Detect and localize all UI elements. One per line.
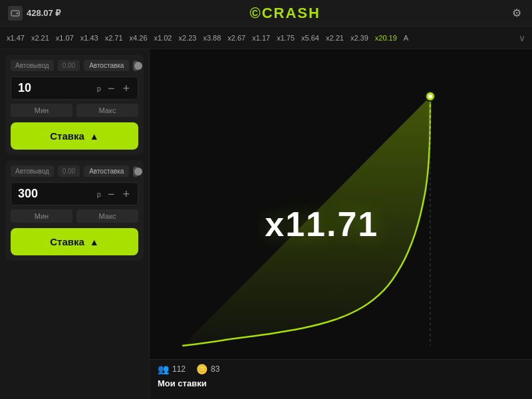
bet-increase-1[interactable]: +: [121, 82, 131, 94]
bet-widget-2-top: Автовывод 0.00 Автоставка: [11, 166, 138, 177]
min-max-row-2: Мин Макс: [11, 209, 138, 223]
bet-amount-1: 10: [18, 81, 97, 95]
bet-currency-2: р: [97, 190, 101, 198]
my-bets-label: Мои ставки: [158, 378, 524, 388]
ticker-item: x2.67: [227, 34, 245, 42]
auto-stake-label-2[interactable]: Автоставка: [84, 166, 129, 177]
stake-arrow-icon-2: ▲: [90, 237, 99, 247]
players-stat: 👥 112: [158, 364, 186, 374]
multiplier-display: x11.71: [265, 204, 378, 244]
stake-button-1[interactable]: Ставка ▲: [11, 122, 138, 150]
auto-withdraw-value-1: 0.00: [58, 60, 80, 71]
ticker-expand-button[interactable]: ∨: [519, 33, 525, 43]
game-area: x11.71 👥 112 🪙 83 Мои ставки: [150, 49, 532, 399]
players-icon: 👥: [158, 364, 169, 374]
players-count: 112: [172, 364, 186, 374]
ticker-item: x2.21: [326, 34, 344, 42]
coins-icon: 🪙: [196, 364, 207, 374]
svg-point-1: [17, 12, 19, 14]
coins-count: 83: [211, 364, 219, 374]
top-bar-left: 428.07 ₽: [8, 6, 61, 21]
bet-currency-1: р: [97, 84, 101, 92]
min-max-row-1: Мин Макс: [11, 104, 138, 117]
bet-decrease-1[interactable]: −: [106, 82, 116, 94]
ticker-item: x1.02: [154, 34, 172, 42]
bet-controls-1: − +: [106, 82, 131, 94]
ticker-item: x2.71: [105, 34, 123, 42]
ticker-item-highlight: x20.19: [375, 34, 397, 42]
ticker-item: x1.47: [7, 34, 25, 42]
auto-withdraw-value-2: 0.00: [58, 166, 80, 177]
ticker-item: x2.39: [350, 34, 368, 42]
stake-label-1: Ставка: [50, 130, 84, 142]
ticker-item: x2.23: [178, 34, 196, 42]
ticker-item: x4.26: [130, 34, 148, 42]
bet-widget-1-top: Автовывод 0.00 Автоставка: [11, 60, 138, 71]
coins-stat: 🪙 83: [196, 364, 219, 374]
main-layout: Автовывод 0.00 Автоставка 10 р − + Мин М…: [0, 49, 532, 399]
auto-stake-toggle-1[interactable]: [133, 61, 138, 71]
bet-controls-2: − +: [106, 188, 131, 200]
auto-withdraw-toggle-1[interactable]: Автовывод: [11, 60, 54, 71]
ticker-item: x1.43: [80, 34, 98, 42]
balance-icon: [8, 6, 23, 21]
bet-amount-row-2: 300 р − +: [11, 182, 138, 205]
ticker-item: x3.88: [203, 34, 221, 42]
ticker-item: x2.21: [31, 34, 49, 42]
balance-display: 428.07 ₽: [27, 8, 61, 18]
stake-button-2[interactable]: Ставка ▲: [11, 228, 138, 255]
top-bar: 428.07 ₽ ©CRASH ⚙: [0, 0, 532, 27]
stake-arrow-icon-1: ▲: [90, 131, 99, 142]
bet-widget-1: Автовывод 0.00 Автоставка 10 р − + Мин М…: [5, 55, 144, 155]
ticker-item: x1.75: [277, 34, 295, 42]
max-btn-1[interactable]: Макс: [76, 104, 138, 117]
settings-button[interactable]: ⚙: [509, 6, 524, 21]
min-btn-1[interactable]: Мин: [11, 104, 72, 117]
bottom-bar: 👥 112 🪙 83 Мои ставки: [150, 359, 532, 399]
auto-stake-toggle-2[interactable]: [133, 166, 138, 177]
title-text: CRASH: [262, 5, 321, 21]
max-btn-2[interactable]: Макс: [76, 209, 138, 223]
bet-amount-row-1: 10 р − +: [11, 76, 138, 100]
left-panel: Автовывод 0.00 Автоставка 10 р − + Мин М…: [0, 49, 150, 399]
bet-increase-2[interactable]: +: [121, 188, 131, 200]
multiplier-ticker: x1.47 x2.21 x1.07 x1.43 x2.71 x4.26 x1.0…: [0, 27, 532, 49]
bet-widget-2: Автовывод 0.00 Автоставка 300 р − + Мин …: [5, 160, 144, 261]
bet-decrease-2[interactable]: −: [106, 188, 116, 200]
min-btn-2[interactable]: Мин: [11, 209, 72, 223]
stake-label-2: Ставка: [50, 236, 84, 247]
auto-stake-label-1[interactable]: Автоставка: [84, 60, 129, 71]
title-prefix: ©: [249, 5, 261, 21]
game-title: ©CRASH: [249, 5, 320, 22]
svg-point-4: [428, 94, 432, 98]
auto-withdraw-toggle-2[interactable]: Автовывод: [11, 166, 54, 177]
ticker-item: x1.07: [56, 34, 74, 42]
ticker-item: A: [404, 34, 408, 42]
ticker-item: x1.17: [252, 34, 270, 42]
bet-amount-2: 300: [18, 187, 97, 201]
ticker-item: x5.64: [301, 34, 319, 42]
bottom-stats: 👥 112 🪙 83: [158, 364, 524, 374]
